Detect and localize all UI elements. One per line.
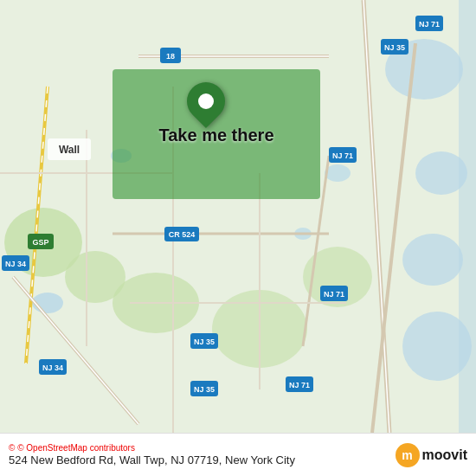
osm-copyright-symbol: © bbox=[9, 443, 15, 453]
svg-text:CR 524: CR 524 bbox=[169, 230, 196, 239]
moovit-text: moovit bbox=[422, 447, 467, 463]
svg-text:NJ 35: NJ 35 bbox=[194, 338, 215, 346]
svg-text:GSP: GSP bbox=[32, 238, 48, 247]
svg-text:NJ 71: NJ 71 bbox=[324, 290, 344, 299]
svg-text:NJ 71: NJ 71 bbox=[289, 381, 310, 389]
svg-rect-5 bbox=[459, 0, 476, 433]
info-bar: © © OpenStreetMap contributors 524 New B… bbox=[0, 433, 476, 476]
svg-text:NJ 34: NJ 34 bbox=[5, 260, 26, 268]
svg-text:Wall: Wall bbox=[59, 144, 80, 156]
osm-credit: © © OpenStreetMap contributors bbox=[9, 443, 295, 453]
svg-text:NJ 71: NJ 71 bbox=[332, 151, 353, 160]
map-container: Wall NJ 71 NJ 35 NJ 71 NJ 71 NJ 71 NJ 35… bbox=[0, 0, 476, 433]
svg-point-3 bbox=[402, 234, 463, 286]
map-svg: Wall NJ 71 NJ 35 NJ 71 NJ 71 NJ 71 NJ 35… bbox=[0, 0, 476, 433]
moovit-logo: m moovit bbox=[396, 443, 467, 467]
osm-credit-text: © OpenStreetMap contributors bbox=[17, 443, 135, 453]
svg-text:NJ 35: NJ 35 bbox=[384, 43, 405, 52]
address-section: © © OpenStreetMap contributors 524 New B… bbox=[9, 443, 295, 466]
moovit-m-icon: m bbox=[396, 443, 420, 467]
address-text: 524 New Bedford Rd, Wall Twp, NJ 07719, … bbox=[9, 453, 295, 466]
svg-text:NJ 34: NJ 34 bbox=[42, 363, 63, 372]
svg-text:NJ 35: NJ 35 bbox=[194, 385, 215, 394]
svg-point-12 bbox=[111, 149, 132, 163]
svg-text:NJ 71: NJ 71 bbox=[419, 20, 440, 29]
svg-text:18: 18 bbox=[166, 52, 175, 61]
